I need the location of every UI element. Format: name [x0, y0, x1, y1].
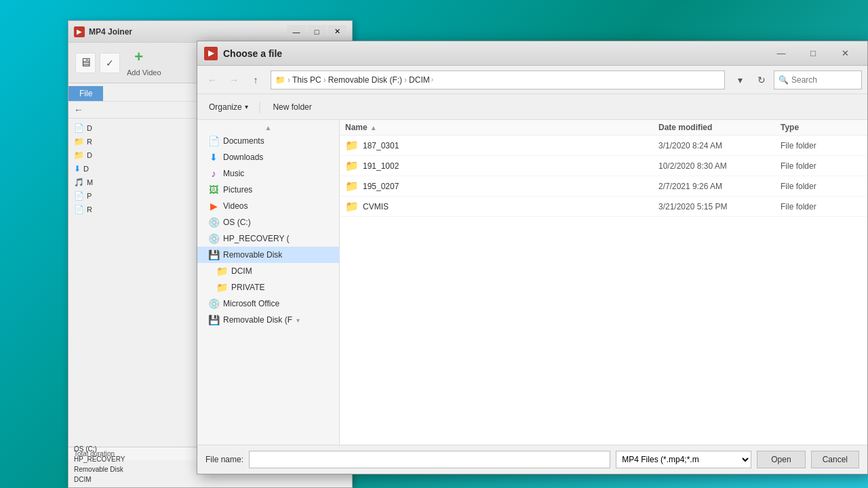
- bg-minimize-btn[interactable]: —: [287, 25, 306, 39]
- sidebar-label: PRIVATE: [231, 283, 265, 292]
- folder-icon: 📁: [345, 180, 359, 192]
- file-header: Name ▲ Date modified Type: [340, 120, 867, 136]
- dialog-close-btn[interactable]: ✕: [829, 44, 861, 63]
- nav-forward-btn[interactable]: →: [224, 70, 243, 89]
- sidebar-label: HP_RECOVERY (: [223, 234, 290, 243]
- file-type: File folder: [781, 161, 862, 171]
- file-date: 3/1/2020 8:24 AM: [658, 141, 781, 150]
- videos-icon: ▶: [208, 201, 219, 211]
- table-row[interactable]: 📁 195_0207 2/7/2021 9:26 AM File folder: [340, 176, 867, 197]
- removable-icon: 💾: [208, 249, 219, 260]
- dialog-maximize-btn[interactable]: □: [797, 44, 829, 63]
- sidebar-item-pictures[interactable]: 🖼 Pictures: [197, 182, 339, 198]
- bg-titlebar: ▶ MP4 Joiner — □ ✕: [68, 21, 352, 43]
- nav-refresh-btn[interactable]: ↻: [752, 70, 771, 89]
- file-type-select[interactable]: MP4 Files (*.mp4;*.m: [616, 451, 751, 468]
- sidebar-item-downloads[interactable]: ⬇ Downloads: [197, 149, 339, 165]
- file-name: 195_0207: [363, 182, 658, 191]
- table-row[interactable]: 📁 CVMIS 3/21/2020 5:15 PM File folder: [340, 197, 867, 217]
- documents-icon: 📄: [208, 136, 219, 146]
- sidebar-item-os-c[interactable]: 💿 OS (C:): [197, 214, 339, 230]
- sidebar-item-hp-recovery[interactable]: 💿 HP_RECOVERY (: [197, 230, 339, 247]
- new-folder-button[interactable]: New folder: [267, 100, 317, 115]
- organize-button[interactable]: Organize ▾: [204, 100, 253, 115]
- search-box[interactable]: 🔍: [774, 70, 862, 89]
- sidebar-label: Microsoft Office: [223, 299, 279, 308]
- file-name: 191_1002: [363, 161, 658, 171]
- dialog-title: Choose a file: [223, 48, 282, 59]
- sort-arrow-icon: ▲: [370, 124, 377, 131]
- sidebar-item-documents[interactable]: 📄 Documents: [197, 133, 339, 149]
- dialog-win-controls: — □ ✕: [766, 44, 861, 63]
- search-input[interactable]: [791, 75, 846, 85]
- bg-close-btn[interactable]: ✕: [328, 25, 347, 39]
- removable-f-icon: 💾: [208, 314, 219, 325]
- file-name: 187_0301: [363, 141, 658, 150]
- file-type: File folder: [781, 141, 862, 150]
- nav-up-btn[interactable]: ↑: [246, 70, 265, 89]
- search-icon: 🔍: [778, 75, 789, 85]
- table-row[interactable]: 📁 191_1002 10/2/2020 8:30 AM File folder: [340, 156, 867, 176]
- file-date: 2/7/2021 9:26 AM: [658, 182, 781, 191]
- sidebar-item-music[interactable]: ♪ Music: [197, 165, 339, 182]
- dialog-minimize-btn[interactable]: —: [766, 44, 797, 63]
- folder-icon: 📁: [345, 139, 359, 152]
- organize-dropdown-icon: ▾: [245, 103, 248, 110]
- add-video-button[interactable]: + Add Video: [127, 49, 161, 77]
- sidebar-label: Documents: [223, 136, 264, 146]
- toolbar-separator: |: [258, 100, 262, 114]
- column-type[interactable]: Type: [781, 123, 862, 132]
- address-dcim[interactable]: DCIM: [409, 75, 430, 85]
- dialog-toolbar: Organize ▾ | New folder: [197, 94, 867, 120]
- folder-icon: 📁: [216, 282, 227, 293]
- sidebar-label: DCIM: [231, 266, 252, 276]
- sidebar-label: Music: [223, 169, 244, 178]
- dialog-title-icon: ▶: [204, 47, 218, 60]
- folder-icon: 📁: [216, 266, 227, 277]
- drive-icon: 💿: [208, 233, 219, 244]
- folder-icon: 📁: [345, 200, 359, 213]
- sidebar-item-removable-f[interactable]: 💾 Removable Disk (F ▾: [197, 312, 339, 328]
- address-folder-icon[interactable]: 📁: [275, 75, 285, 85]
- sidebar-label: Downloads: [223, 152, 263, 162]
- bg-file-tab[interactable]: File: [68, 86, 103, 101]
- file-dialog: ▶ Choose a file — □ ✕ ← → ↑ 📁 › This PC …: [197, 41, 868, 474]
- sidebar-item-videos[interactable]: ▶ Videos: [197, 198, 339, 214]
- bg-title: MP4 Joiner: [89, 27, 132, 37]
- file-list: 📁 187_0301 3/1/2020 8:24 AM File folder …: [340, 136, 867, 445]
- file-name-input[interactable]: [249, 451, 610, 468]
- bg-bottom-item[interactable]: DCIM: [71, 474, 349, 485]
- address-removable-disk[interactable]: Removable Disk (F:): [328, 75, 402, 85]
- file-type: File folder: [781, 202, 862, 211]
- nav-dropdown-btn[interactable]: ▾: [730, 70, 749, 89]
- column-date[interactable]: Date modified: [658, 123, 781, 132]
- file-date: 3/21/2020 5:15 PM: [658, 202, 781, 211]
- address-bar[interactable]: 📁 › This PC › Removable Disk (F:) › DCIM…: [271, 70, 725, 89]
- column-name[interactable]: Name ▲: [345, 123, 658, 132]
- sidebar-label: Removable Disk: [223, 250, 282, 260]
- cancel-button[interactable]: Cancel: [811, 451, 859, 468]
- sidebar-label: OS (C:): [223, 218, 251, 227]
- dialog-titlebar: ▶ Choose a file — □ ✕: [197, 41, 867, 66]
- bg-maximize-btn[interactable]: □: [307, 25, 326, 39]
- open-button[interactable]: Open: [757, 451, 805, 468]
- sidebar-item-private[interactable]: 📁 PRIVATE: [197, 279, 339, 296]
- nav-back-btn[interactable]: ←: [203, 70, 222, 89]
- dialog-content: ▲ 📄 Documents ⬇ Downloads ♪ Music 🖼 Pict…: [197, 120, 867, 445]
- sidebar-item-microsoft-office[interactable]: 💿 Microsoft Office: [197, 296, 339, 312]
- chevron-down-icon: ▾: [296, 317, 300, 324]
- file-name-label: File name:: [205, 455, 243, 464]
- downloads-icon: ⬇: [208, 152, 219, 163]
- sidebar-item-removable[interactable]: 💾 Removable Disk: [197, 247, 339, 263]
- file-type: File folder: [781, 182, 862, 191]
- dialog-bottom: File name: MP4 Files (*.mp4;*.m Open Can…: [197, 445, 867, 474]
- file-name: CVMIS: [363, 202, 658, 211]
- table-row[interactable]: 📁 187_0301 3/1/2020 8:24 AM File folder: [340, 136, 867, 156]
- address-this-pc[interactable]: This PC: [292, 75, 321, 85]
- drive-icon: 💿: [208, 217, 219, 228]
- ms-office-icon: 💿: [208, 298, 219, 309]
- bg-window-controls: — □ ✕: [287, 25, 347, 39]
- sidebar-item-dcim[interactable]: 📁 DCIM: [197, 263, 339, 279]
- bg-back-icon[interactable]: ←: [74, 104, 83, 115]
- music-icon: ♪: [208, 168, 219, 179]
